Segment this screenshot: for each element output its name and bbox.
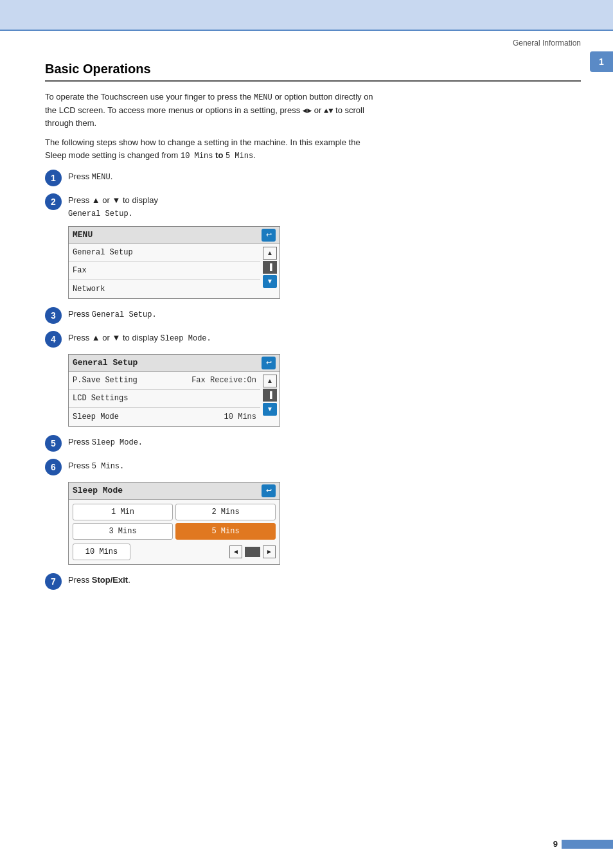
step-1-content: Press MENU. (68, 169, 112, 183)
step-5-number: 5 (45, 435, 62, 452)
screen-menu-row-1[interactable]: General Setup (69, 244, 260, 262)
screen-gs-back-btn[interactable]: ↩ (262, 357, 276, 369)
scroll-up-btn[interactable]: ▲ (263, 247, 277, 260)
sleep-btn-2mins[interactable]: 2 Mins (175, 504, 276, 520)
step-1-number: 1 (45, 170, 62, 186)
page-title: Basic Operations (45, 62, 581, 82)
sleep-nav: ◄ ► (229, 545, 276, 558)
screen-gs-label-3: Sleep Mode (73, 412, 119, 421)
bottom-accent-bar (562, 840, 613, 849)
screen-gs-row-3[interactable]: Sleep Mode 10 Mins (69, 408, 260, 426)
sleep-btn-3mins[interactable]: 3 Mins (73, 523, 173, 540)
step-3-number: 3 (45, 307, 62, 324)
screen-gs-value-1: Fax Receive:On (191, 376, 256, 385)
screen-general-setup: General Setup ↩ P.Save Setting Fax Recei… (68, 354, 280, 427)
scroll-mid-indicator-2: ▐ (263, 389, 277, 402)
nav-right-btn[interactable]: ► (263, 545, 276, 558)
scroll-down-btn[interactable]: ▼ (263, 275, 277, 288)
screen-menu-label-2: Fax (73, 266, 87, 275)
screen-gs-label-2: LCD Settings (73, 394, 128, 403)
back-icon-3: ↩ (266, 486, 272, 495)
step-4: 4 Press ▲ or ▼ to display Sleep Mode. (45, 330, 379, 348)
back-icon: ↩ (266, 231, 272, 239)
screen-menu-title: MENU (73, 230, 93, 240)
step-4-content: Press ▲ or ▼ to display Sleep Mode. (68, 330, 211, 344)
screen-menu-back-btn[interactable]: ↩ (262, 229, 276, 242)
screen-sleep-mode: Sleep Mode ↩ 1 Min 2 Mins 3 Mins 5 Mins … (68, 482, 280, 565)
step-6-number: 6 (45, 459, 62, 475)
sleep-btn-5mins[interactable]: 5 Mins (175, 523, 276, 540)
scroll-down-btn-2[interactable]: ▼ (263, 403, 277, 416)
screen-sm-title: Sleep Mode (73, 486, 123, 495)
step-7-number: 7 (45, 573, 62, 590)
screen-menu-row-2[interactable]: Fax (69, 262, 260, 280)
intro-paragraph-1: To operate the Touchscreen use your fing… (45, 91, 379, 130)
screen-menu-titlebar: MENU ↩ (69, 227, 280, 244)
scroll-mid-indicator: ▐ (263, 261, 277, 274)
step-3: 3 Press General Setup. (45, 306, 379, 324)
sleep-grid: 1 Min 2 Mins 3 Mins 5 Mins (69, 500, 280, 544)
screen-menu: MENU ↩ General Setup Fax Network ▲ ▐ ▼ (68, 226, 280, 299)
screen-menu-label-3: Network (73, 285, 105, 294)
screen-gs-row-2[interactable]: LCD Settings (69, 390, 260, 408)
step-2: 2 Press ▲ or ▼ to display General Setup. (45, 193, 379, 220)
scroll-up-btn-2[interactable]: ▲ (263, 375, 277, 387)
step-5-content: Press Sleep Mode. (68, 434, 143, 448)
step-6: 6 Press 5 Mins. (45, 458, 379, 475)
step-2-number: 2 (45, 193, 62, 210)
intro-paragraph-2: The following steps show how to change a… (45, 136, 379, 163)
screen-sm-titlebar: Sleep Mode ↩ (69, 483, 280, 500)
step-3-content: Press General Setup. (68, 306, 157, 321)
sleep-bottom-row: 10 Mins ◄ ► (69, 544, 280, 564)
screen-menu-row-3[interactable]: Network (69, 280, 260, 298)
screen-gs-row-1[interactable]: P.Save Setting Fax Receive:On (69, 372, 260, 390)
screen-gs-label-1: P.Save Setting (73, 376, 138, 385)
back-icon-2: ↩ (266, 359, 272, 367)
page-number-tab: 1 (590, 51, 613, 72)
step-4-number: 4 (45, 331, 62, 348)
sleep-btn-10mins[interactable]: 10 Mins (73, 544, 130, 560)
screen-gs-value-3: 10 Mins (224, 412, 256, 421)
nav-left-btn[interactable]: ◄ (229, 545, 242, 558)
nav-bar-indicator (245, 547, 260, 557)
sleep-btn-1min[interactable]: 1 Min (73, 504, 173, 520)
step-1: 1 Press MENU. (45, 169, 379, 186)
step-5: 5 Press Sleep Mode. (45, 434, 379, 452)
step-7: 7 Press Stop/Exit. (45, 572, 379, 590)
screen-sm-back-btn[interactable]: ↩ (262, 484, 276, 497)
main-content: Basic Operations To operate the Touchscr… (0, 50, 613, 616)
screen-gs-titlebar: General Setup ↩ (69, 355, 280, 372)
step-2-content: Press ▲ or ▼ to display General Setup. (68, 193, 158, 220)
bottom-page-number: 9 (553, 839, 562, 849)
screen-gs-title: General Setup (73, 358, 138, 368)
bottom-bar: 9 (553, 839, 613, 849)
top-header-bar (0, 0, 613, 31)
section-header: General Information (0, 31, 613, 50)
screen-menu-label-1: General Setup (73, 248, 133, 257)
step-6-content: Press 5 Mins. (68, 458, 124, 472)
step-7-content: Press Stop/Exit. (68, 572, 130, 587)
